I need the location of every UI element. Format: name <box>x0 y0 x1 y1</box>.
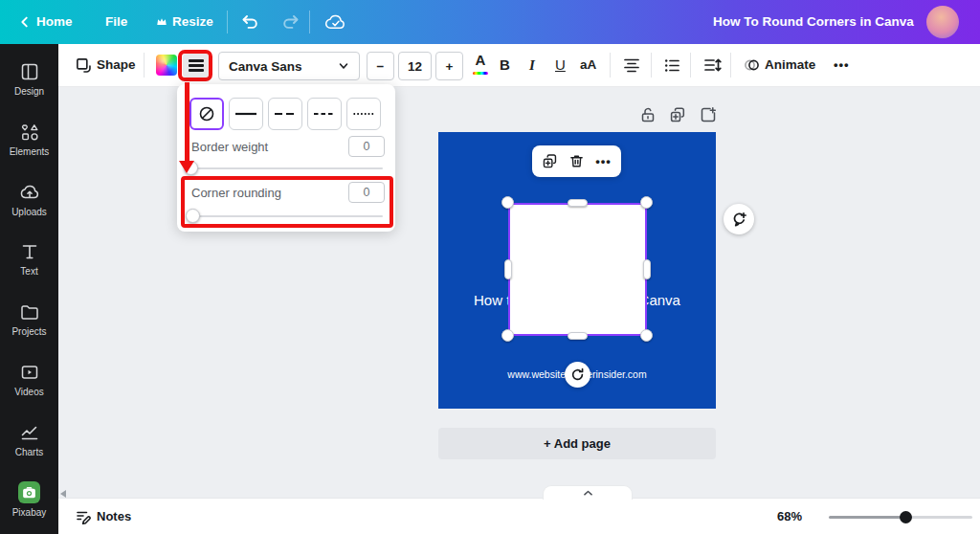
notes-button[interactable]: Notes <box>97 499 131 534</box>
font-family-select[interactable]: Canva Sans <box>218 52 360 80</box>
bold-button[interactable]: B <box>500 44 510 86</box>
design-icon <box>19 61 40 82</box>
duplicate-element-button[interactable] <box>542 153 558 169</box>
chevron-down-icon <box>338 60 349 72</box>
border-style-solid-button[interactable] <box>229 98 263 130</box>
element-more-button[interactable]: ••• <box>595 154 612 168</box>
selection-handle-bottom[interactable] <box>568 332 588 340</box>
avatar[interactable] <box>926 6 959 38</box>
sidebar-item-charts[interactable]: Charts <box>0 414 58 475</box>
duplicate-icon <box>542 153 558 169</box>
lock-button[interactable] <box>639 106 657 123</box>
rotate-icon <box>570 367 585 382</box>
font-family-value: Canva Sans <box>229 59 302 74</box>
selection-handle-bottom-right[interactable] <box>640 329 653 342</box>
design-title-text[interactable]: How To Round Corners in Canva <box>713 14 914 29</box>
expand-panel-tab[interactable] <box>543 485 633 500</box>
divider <box>730 53 731 78</box>
divider <box>227 11 228 33</box>
rotate-handle[interactable] <box>565 362 590 388</box>
duplicate-page-button[interactable] <box>669 106 686 123</box>
divider <box>690 53 691 78</box>
selection-handle-bottom-left[interactable] <box>501 329 514 342</box>
sidebar-item-label: Pixabay <box>12 507 47 518</box>
border-style-dotted-button[interactable] <box>346 98 381 130</box>
redo-button[interactable] <box>281 12 301 32</box>
border-style-dash-short-button[interactable] <box>307 98 342 130</box>
back-icon[interactable] <box>18 15 32 29</box>
align-center-button[interactable] <box>623 56 640 74</box>
sidebar-item-videos[interactable]: Videos <box>0 354 58 414</box>
underline-button[interactable]: U <box>555 44 566 86</box>
font-size-decrease-button[interactable]: − <box>367 52 394 80</box>
annotation-arrow-line <box>185 82 189 163</box>
annotation-box-border-button <box>178 50 212 81</box>
border-style-dash-long-button[interactable] <box>268 98 302 130</box>
sidebar-item-uploads[interactable]: Uploads <box>0 174 58 234</box>
border-style-none-button[interactable] <box>189 98 224 130</box>
trash-icon <box>568 153 585 169</box>
no-border-icon <box>197 104 216 123</box>
text-case-button[interactable]: aA <box>580 44 596 86</box>
short-dash-icon <box>313 111 336 117</box>
comment-plus-icon <box>731 211 746 227</box>
uploads-icon <box>19 182 40 203</box>
animate-icon <box>743 56 762 75</box>
annotation-arrow-head <box>179 161 194 173</box>
sidebar-item-elements[interactable]: Elements <box>0 114 58 174</box>
canva-editor: Home File Resize How To Round Corners in… <box>0 0 980 534</box>
add-page-icon-button[interactable] <box>700 106 717 123</box>
undo-button[interactable] <box>240 12 259 32</box>
sidebar-item-projects[interactable]: Projects <box>0 294 58 354</box>
selection-handle-top[interactable] <box>568 199 588 207</box>
more-options-button[interactable]: ••• <box>834 44 850 86</box>
selection-handle-right[interactable] <box>643 259 651 279</box>
border-weight-slider[interactable] <box>189 167 383 169</box>
shape-color-swatch[interactable] <box>156 55 177 76</box>
resize-button[interactable]: Resize <box>172 0 213 44</box>
sidebar: Design Elements Uploads Text Projects Vi… <box>0 44 58 534</box>
home-button[interactable]: Home <box>36 0 73 44</box>
chart-icon <box>19 422 40 443</box>
notes-icon <box>75 508 92 525</box>
sidebar-item-label: Uploads <box>11 207 47 217</box>
divider <box>651 53 652 78</box>
add-comment-button[interactable] <box>724 204 754 234</box>
scroll-left-arrow[interactable] <box>60 490 66 498</box>
selected-square-element[interactable] <box>508 203 647 336</box>
bullet-list-button[interactable] <box>663 56 680 74</box>
shape-label[interactable]: Shape <box>97 44 136 86</box>
shape-icon <box>75 56 93 75</box>
delete-element-button[interactable] <box>568 153 585 169</box>
annotation-box-corner-rounding <box>181 176 393 228</box>
sidebar-item-label: Text <box>20 266 37 277</box>
selection-handle-top-right[interactable] <box>640 196 653 209</box>
border-weight-input[interactable]: 0 <box>348 136 385 157</box>
sidebar-item-design[interactable]: Design <box>0 54 58 114</box>
divider <box>610 53 611 78</box>
folder-icon <box>19 301 40 323</box>
divider <box>144 53 145 78</box>
zoom-slider-handle[interactable] <box>900 511 912 523</box>
italic-button[interactable]: I <box>529 44 535 86</box>
file-button[interactable]: File <box>105 0 127 44</box>
sidebar-item-pixabay[interactable]: Pixabay <box>0 474 58 534</box>
text-color-button[interactable]: A <box>473 47 488 75</box>
element-mini-toolbar: ••• <box>532 145 621 177</box>
sidebar-item-label: Elements <box>10 146 50 157</box>
border-style-row <box>189 98 381 130</box>
bottom-bar: Notes 68% <box>58 498 980 534</box>
sidebar-item-text[interactable]: Text <box>0 234 58 294</box>
selection-handle-top-left[interactable] <box>501 196 514 209</box>
line-spacing-button[interactable] <box>703 56 722 74</box>
zoom-level-label: 68% <box>777 499 802 534</box>
divider <box>309 11 310 33</box>
selection-handle-left[interactable] <box>504 259 512 279</box>
add-page-button[interactable]: + Add page <box>438 428 716 459</box>
text-icon <box>19 241 40 262</box>
font-size-increase-button[interactable]: + <box>435 52 463 80</box>
font-size-value[interactable]: 12 <box>398 52 432 80</box>
animate-button[interactable]: Animate <box>765 44 815 86</box>
cloud-saved-icon[interactable] <box>324 13 346 31</box>
video-icon <box>19 362 40 383</box>
